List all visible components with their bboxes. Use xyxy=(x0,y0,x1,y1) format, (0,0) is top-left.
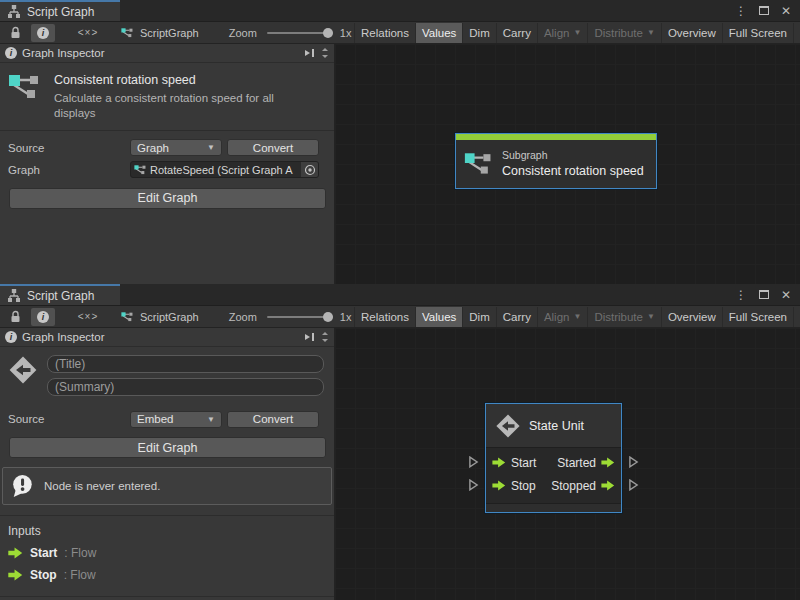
convert-button[interactable]: Convert xyxy=(227,411,319,428)
node-ports: Start Started Stop Stopped xyxy=(486,448,621,503)
breadcrumb[interactable]: ScriptGraph xyxy=(121,311,199,323)
node-kind-label: Subgraph xyxy=(502,149,644,161)
subgraph-icon xyxy=(8,73,42,99)
zoom-slider[interactable] xyxy=(267,32,333,34)
port-triangle-icon[interactable] xyxy=(468,479,479,491)
graph-row: Graph RotateSpeed (Script Graph A xyxy=(8,161,319,179)
flow-arrow-icon xyxy=(8,547,23,559)
distribute-button[interactable]: Distribute▼ xyxy=(588,23,662,43)
toolbar-button-group: Relations Values Dim Carry Align▼ Distri… xyxy=(354,23,794,43)
code-icon[interactable]: <×> xyxy=(71,308,105,326)
window-controls: ⋮ ✕ xyxy=(735,284,800,305)
align-button[interactable]: Align▼ xyxy=(538,307,589,327)
source-dropdown[interactable]: Graph▼ xyxy=(130,139,222,156)
inspector-title: Graph Inspector xyxy=(22,331,104,343)
relations-button[interactable]: Relations xyxy=(354,307,416,327)
graph-inspector-panel: Graph Inspector Source Embed▼ Convert Ed… xyxy=(0,328,335,600)
subgraph-icon xyxy=(134,164,147,175)
graph-canvas[interactable]: State Unit Start Started Stop Stopped xyxy=(335,328,800,600)
inspector-header: Graph Inspector xyxy=(0,328,334,347)
graph-object-field[interactable]: RotateSpeed (Script Graph A xyxy=(130,161,319,178)
zoom-slider-handle[interactable] xyxy=(323,28,333,38)
inputs-header: Inputs xyxy=(0,516,334,542)
code-icon[interactable]: <×> xyxy=(71,24,105,42)
maximize-icon[interactable] xyxy=(759,290,769,299)
script-graph-icon xyxy=(7,5,21,18)
expander-arrows-icon[interactable] xyxy=(321,331,329,343)
chevron-down-icon: ▼ xyxy=(647,28,655,37)
subgraph-icon xyxy=(121,311,134,322)
chevron-down-icon: ▼ xyxy=(207,143,215,152)
convert-button[interactable]: Convert xyxy=(227,139,319,156)
dock-icon[interactable] xyxy=(304,331,316,343)
flow-arrow-icon[interactable] xyxy=(601,457,615,468)
input-port-row: Start : Flow xyxy=(0,542,334,564)
zoom-slider-handle[interactable] xyxy=(323,312,333,322)
node-port-row: Start Started xyxy=(486,451,621,474)
breadcrumb-label: ScriptGraph xyxy=(140,311,199,323)
info-icon xyxy=(5,331,17,343)
warning-card: Node is never entered. xyxy=(2,467,332,505)
expander-arrows-icon[interactable] xyxy=(321,47,329,59)
dim-button[interactable]: Dim xyxy=(463,23,496,43)
tab-title: Script Graph xyxy=(27,5,94,19)
dock-icon[interactable] xyxy=(304,47,316,59)
node-title: State Unit xyxy=(529,419,584,433)
info-toggle-button[interactable] xyxy=(31,24,55,42)
relations-button[interactable]: Relations xyxy=(354,23,416,43)
summary-input[interactable] xyxy=(47,378,324,396)
menu-icon[interactable]: ⋮ xyxy=(735,5,747,17)
subgraph-icon xyxy=(121,27,134,38)
values-button[interactable]: Values xyxy=(416,307,463,327)
edit-graph-button[interactable]: Edit Graph xyxy=(9,437,326,458)
lock-icon[interactable] xyxy=(3,24,27,42)
chevron-down-icon: ▼ xyxy=(647,312,655,321)
overview-button[interactable]: Overview xyxy=(662,23,723,43)
graph-toolbar: <×> ScriptGraph Zoom 1x Relations Values… xyxy=(0,22,800,44)
title-input[interactable] xyxy=(47,355,324,373)
zoom-slider[interactable] xyxy=(267,316,333,318)
breadcrumb[interactable]: ScriptGraph xyxy=(121,27,199,39)
source-dropdown[interactable]: Embed▼ xyxy=(130,411,222,428)
info-toggle-button[interactable] xyxy=(31,308,55,326)
edit-graph-button[interactable]: Edit Graph xyxy=(9,188,326,209)
node-header: State Unit xyxy=(486,404,621,448)
flow-arrow-icon[interactable] xyxy=(492,457,506,468)
close-icon[interactable]: ✕ xyxy=(781,289,791,301)
menu-icon[interactable]: ⋮ xyxy=(735,289,747,301)
lock-icon[interactable] xyxy=(3,308,27,326)
carry-button[interactable]: Carry xyxy=(497,307,538,327)
distribute-button[interactable]: Distribute▼ xyxy=(588,307,662,327)
object-picker-icon[interactable] xyxy=(301,162,318,177)
close-icon[interactable]: ✕ xyxy=(781,5,791,17)
full-screen-button[interactable]: Full Screen xyxy=(723,23,794,43)
flow-arrow-icon[interactable] xyxy=(492,480,506,491)
carry-button[interactable]: Carry xyxy=(497,23,538,43)
port-triangle-icon[interactable] xyxy=(628,456,639,468)
full-screen-button[interactable]: Full Screen xyxy=(723,307,794,327)
tab-title: Script Graph xyxy=(27,289,94,303)
tab-script-graph[interactable]: Script Graph xyxy=(0,284,120,305)
flow-arrow-icon xyxy=(8,569,23,581)
overview-button[interactable]: Overview xyxy=(662,307,723,327)
maximize-icon[interactable] xyxy=(759,6,769,15)
dim-button[interactable]: Dim xyxy=(463,307,496,327)
zoom-label: Zoom xyxy=(229,311,257,323)
align-button[interactable]: Align▼ xyxy=(538,23,589,43)
title-summary-section xyxy=(0,347,334,402)
subgraph-node[interactable]: Subgraph Consistent rotation speed xyxy=(455,133,657,189)
graph-field-label: Graph xyxy=(8,164,130,176)
info-icon xyxy=(37,311,49,323)
graph-canvas[interactable]: Subgraph Consistent rotation speed xyxy=(335,44,800,284)
chevron-down-icon: ▼ xyxy=(207,415,215,424)
state-unit-node[interactable]: State Unit Start Started Stop Stopped xyxy=(485,403,622,513)
subgraph-icon xyxy=(464,151,494,175)
toolbar-button-group: Relations Values Dim Carry Align▼ Distri… xyxy=(354,307,794,327)
script-graph-icon xyxy=(7,289,21,302)
port-triangle-icon[interactable] xyxy=(628,479,639,491)
values-button[interactable]: Values xyxy=(416,23,463,43)
chevron-down-icon: ▼ xyxy=(573,312,581,321)
flow-arrow-icon[interactable] xyxy=(601,480,615,491)
tab-script-graph[interactable]: Script Graph xyxy=(0,0,120,21)
port-triangle-icon[interactable] xyxy=(468,456,479,468)
